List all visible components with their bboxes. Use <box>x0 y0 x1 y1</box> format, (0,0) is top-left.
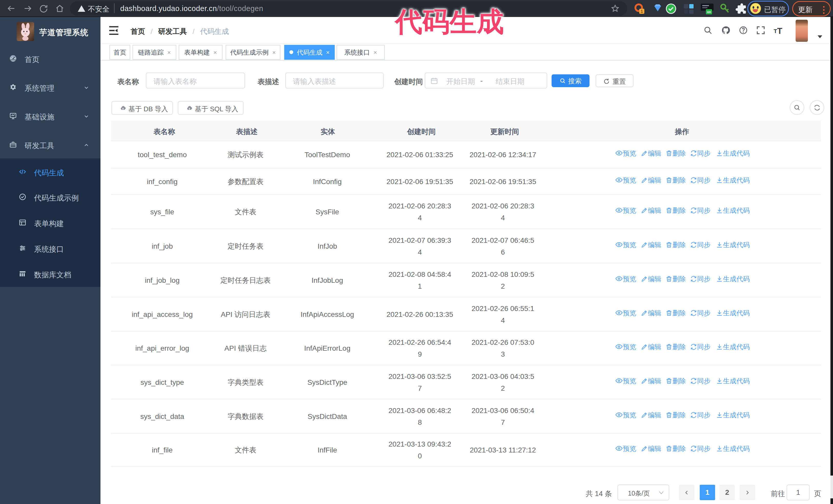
svg-text:on: on <box>707 10 711 14</box>
svg-text:T: T <box>777 26 782 35</box>
svg-text:1: 1 <box>641 9 643 14</box>
svg-text:T: T <box>774 28 777 34</box>
